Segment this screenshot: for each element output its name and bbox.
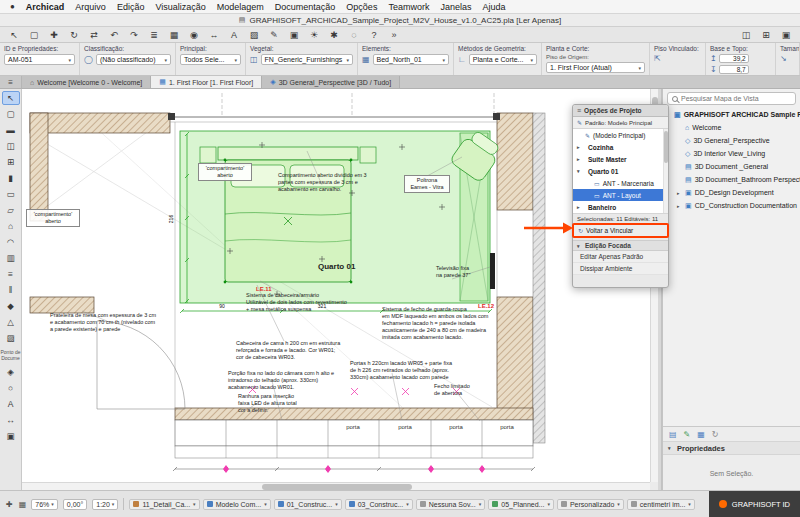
menu-item[interactable]: Modelagem — [217, 2, 264, 12]
menu-item[interactable]: Opções — [346, 2, 377, 12]
statusbar-setting-dropdown[interactable]: centimetri im... ▾ — [627, 499, 695, 510]
pen-icon[interactable]: ✎ — [268, 30, 280, 40]
layer-dropdown[interactable]: FN_Generic_Furnishings▾ — [261, 54, 353, 65]
design-option-item[interactable]: ▸ Banheiro — [573, 201, 663, 213]
scale-control[interactable]: 1:20▾ — [92, 499, 118, 510]
menu-item[interactable]: Documentação — [275, 2, 336, 12]
linked-story-icon[interactable]: ⇱ — [654, 54, 661, 63]
design-option-item[interactable]: ✎ (Modelo Principal) — [573, 129, 663, 141]
classification-dropdown[interactable]: (Não classificado)▾ — [96, 54, 171, 65]
statusbar-setting-dropdown[interactable]: 03_Construc... ▾ — [345, 499, 413, 510]
list-icon[interactable]: ▦ — [697, 430, 705, 439]
railing-tool[interactable]: ‖ — [2, 283, 20, 297]
disclosure-arrow-icon[interactable]: ▸ — [577, 156, 582, 162]
menu-item[interactable]: Teamwork — [388, 2, 429, 12]
origin-story-dropdown[interactable]: 1. First Floor (Atual)▾ — [546, 62, 645, 73]
properties-icon[interactable]: ▤ — [669, 430, 677, 439]
stair-tool[interactable]: ≡ — [2, 267, 20, 281]
tree-item[interactable]: ▸ ▣ CD_Construction Documentation — [663, 199, 800, 212]
roof-tool[interactable]: ⌂ — [2, 219, 20, 233]
top-offset-field[interactable]: 39,2 — [719, 54, 749, 63]
menu-item[interactable]: Ajuda — [482, 2, 505, 12]
design-option-item[interactable]: ▭ ANT - Layout — [573, 189, 663, 201]
tree-item[interactable]: ◇ 3D General_Perspective — [663, 134, 800, 147]
refresh-icon[interactable]: ↻ — [712, 430, 719, 439]
design-option-item[interactable]: ▸ Cozinha — [573, 141, 663, 153]
window-grid-icon[interactable]: ⊞ — [760, 30, 772, 40]
design-option-item[interactable]: ▭ ANT - Marcenaria — [573, 177, 663, 189]
window-tool[interactable]: ⊞ — [2, 155, 20, 169]
object-tool[interactable]: ◈ — [2, 365, 20, 379]
tree-item[interactable]: ▤ 3D Document _General — [663, 160, 800, 173]
design-option-item[interactable]: ▾ Quarto 01 — [573, 165, 663, 177]
zoom-control[interactable]: 76%▾ — [31, 499, 58, 510]
apple-menu-icon[interactable]: ● — [10, 2, 15, 11]
focused-editing-section[interactable]: ▾ Edição Focada — [573, 240, 668, 251]
design-option-item[interactable]: ▸ Suite Master — [573, 153, 663, 165]
element-dropdown[interactable]: Bed_North_01▾ — [373, 54, 449, 65]
disclosure-arrow-icon[interactable]: ▸ — [677, 190, 682, 196]
door-tool[interactable]: ◫ — [2, 139, 20, 153]
grid-icon[interactable]: ▦ — [168, 30, 180, 40]
disclosure-arrow-icon[interactable]: ▸ — [577, 204, 582, 210]
canvas-horizontal-scrollbar[interactable] — [22, 482, 650, 490]
palette-menu-icon[interactable]: ≡ — [577, 107, 581, 114]
principal-dropdown[interactable]: Todos Sele...▾ — [180, 54, 241, 65]
column-tool[interactable]: ▮ — [2, 171, 20, 185]
disclosure-arrow-icon[interactable]: ▾ — [577, 168, 582, 174]
settings-icon[interactable]: ✱ — [328, 30, 340, 40]
window-stack-icon[interactable]: ▣ — [780, 30, 792, 40]
tree-item[interactable]: ◇ 3D Interior View_Living — [663, 147, 800, 160]
dissipate-environment-button[interactable]: Dissipar Ambiente — [573, 263, 668, 275]
window-split-icon[interactable]: ◫ — [740, 30, 752, 40]
graphisoft-id-badge[interactable]: GRAPHISOFT ID — [709, 491, 800, 517]
more-icon[interactable]: » — [388, 30, 400, 40]
search-icon[interactable]: ◌ — [348, 30, 360, 40]
scrollbar-thumb[interactable] — [664, 131, 668, 163]
rotation-control[interactable]: 0,00° — [63, 499, 87, 510]
palette-title-bar[interactable]: ≡ Opções de Projeto — [573, 105, 668, 117]
statusbar-setting-dropdown[interactable]: Modelo Com... ▾ — [203, 499, 271, 510]
disclosure-arrow-icon[interactable]: ▸ — [577, 144, 582, 150]
element-id-dropdown[interactable]: AM-051▾ — [4, 54, 75, 65]
shell-tool[interactable]: ◠ — [2, 235, 20, 249]
help-icon[interactable]: ? — [368, 30, 380, 40]
view-icon[interactable]: ▣ — [288, 30, 300, 40]
dimension-tool[interactable]: ↔ — [2, 413, 20, 427]
tree-item[interactable]: ▸ ▣ DD_Design Development — [663, 186, 800, 199]
menu-item[interactable]: Edição — [117, 2, 145, 12]
wall-tool[interactable]: ▬ — [2, 123, 20, 137]
marquee-tool[interactable]: ▢ — [2, 107, 20, 121]
menu-item[interactable]: Janelas — [440, 2, 471, 12]
fill-icon[interactable]: ▨ — [248, 30, 260, 40]
view-tab[interactable]: ▦ 1. First Floor [1. First Floor] — [151, 76, 262, 88]
palette-scrollbar[interactable] — [663, 129, 668, 213]
statusbar-setting-dropdown[interactable]: 01_Construc... ▾ — [274, 499, 342, 510]
zone-tool[interactable]: ▨ — [2, 331, 20, 345]
tab-overview-button[interactable]: ≡ — [0, 76, 22, 88]
statusbar-setting-dropdown[interactable]: 11_Detail_Ca... ▾ — [129, 499, 199, 510]
view-map-search[interactable] — [667, 92, 796, 105]
camera-tool[interactable]: ▣ — [2, 429, 20, 443]
statusbar-setting-dropdown[interactable]: Nessuna Sov... ▾ — [416, 499, 485, 510]
geometry-dropdown[interactable]: Planta e Corte...▾ — [469, 54, 537, 65]
statusbar-setting-dropdown[interactable]: Personalizado ▾ — [557, 499, 624, 510]
mirror-icon[interactable]: ⇄ — [88, 30, 100, 40]
view-tab[interactable]: ⌂ Welcome [Welcome 0 - Welcome] — [22, 76, 151, 88]
marquee-icon[interactable]: ▢ — [28, 30, 40, 40]
properties-header[interactable]: ▾ Propriedades — [663, 442, 800, 455]
text-tool[interactable]: A — [2, 397, 20, 411]
select-arrow-icon[interactable]: ↖ — [8, 30, 20, 40]
lamp-tool[interactable]: ○ — [2, 381, 20, 395]
move-icon[interactable]: ✚ — [48, 30, 60, 40]
menu-item-archicad[interactable]: Archicad — [26, 2, 65, 12]
slab-tool[interactable]: ▱ — [2, 203, 20, 217]
sun-icon[interactable]: ☀ — [308, 30, 320, 40]
layers-icon[interactable]: ≣ — [148, 30, 160, 40]
disclosure-arrow-icon[interactable]: ▸ — [677, 203, 682, 209]
beam-tool[interactable]: ▭ — [2, 187, 20, 201]
tree-item[interactable]: ⌂ Welcome — [663, 121, 800, 134]
relink-button[interactable]: ↻ Voltar a Vincular — [573, 224, 668, 237]
menu-item[interactable]: Visualização — [155, 2, 205, 12]
edit-icon[interactable]: ✎ — [684, 430, 691, 439]
